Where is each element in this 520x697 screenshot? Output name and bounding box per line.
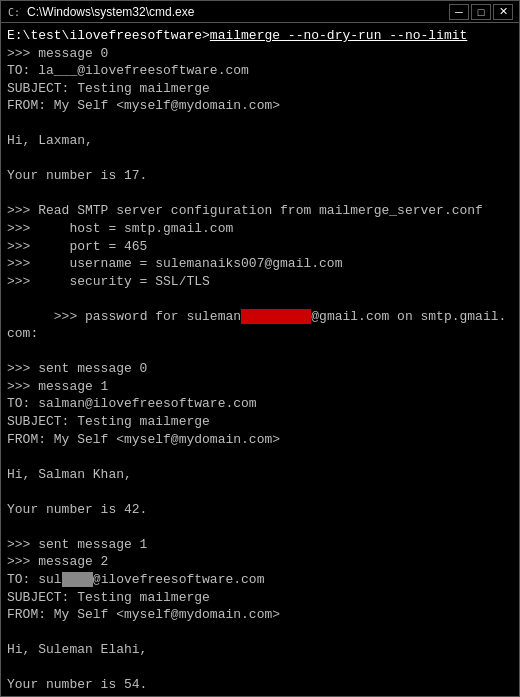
terminal-line	[7, 483, 513, 501]
terminal-line	[7, 448, 513, 466]
title-bar: C:\ C:\Windows\system32\cmd.exe ─ □ ✕	[1, 1, 519, 23]
svg-text:C:\: C:\	[8, 7, 21, 18]
terminal-line: TO: sul @ilovefreesoftware.com	[7, 571, 513, 589]
terminal-line: >>> security = SSL/TLS	[7, 273, 513, 291]
arrow-text: >>> security = SSL/TLS	[7, 274, 210, 289]
terminal-line: >>> Read SMTP server configuration from …	[7, 202, 513, 220]
terminal-line: FROM: My Self <myself@mydomain.com>	[7, 606, 513, 624]
prompt-path: E:\test\ilovefreesoftware>	[7, 28, 210, 43]
terminal-line: Hi, Salman Khan,	[7, 466, 513, 484]
close-button[interactable]: ✕	[493, 4, 513, 20]
terminal-line: SUBJECT: Testing mailmerge	[7, 589, 513, 607]
terminal-line: TO: salman@ilovefreesoftware.com	[7, 395, 513, 413]
terminal-line	[7, 659, 513, 677]
terminal-line: SUBJECT: Testing mailmerge	[7, 413, 513, 431]
terminal-line	[7, 185, 513, 203]
terminal-line: >>> port = 465	[7, 238, 513, 256]
terminal-line: SUBJECT: Testing mailmerge	[7, 80, 513, 98]
terminal-line: Hi, Laxman,	[7, 132, 513, 150]
terminal-line: FROM: My Self <myself@mydomain.com>	[7, 97, 513, 115]
terminal-line: FROM: My Self <myself@mydomain.com>	[7, 431, 513, 449]
redacted-email	[62, 572, 93, 587]
minimize-button[interactable]: ─	[449, 4, 469, 20]
cmd-window: C:\ C:\Windows\system32\cmd.exe ─ □ ✕ E:…	[0, 0, 520, 697]
title-bar-left: C:\ C:\Windows\system32\cmd.exe	[7, 5, 194, 19]
redacted-password	[241, 309, 311, 324]
arrow-text: >>> username = sulemanaiks007@gmail.com	[7, 256, 342, 271]
terminal-line: >>> sent message 0	[7, 360, 513, 378]
terminal-line: >>> sent message 1	[7, 536, 513, 554]
terminal-line: >>> message 1	[7, 378, 513, 396]
terminal-line: Your number is 54.	[7, 676, 513, 694]
arrow-text: >>> message 0	[7, 46, 108, 61]
terminal-line: >>> username = sulemanaiks007@gmail.com	[7, 255, 513, 273]
arrow-text: >>>	[54, 309, 85, 324]
password-label: password for suleman	[85, 309, 241, 324]
terminal-content: E:\test\ilovefreesoftware>mailmerge --no…	[1, 23, 519, 696]
terminal-line: TO: la___@ilovefreesoftware.com	[7, 62, 513, 80]
password-line: >>> password for suleman @gmail.com on s…	[7, 290, 513, 360]
command-text: mailmerge --no-dry-run --no-limit	[210, 28, 467, 43]
terminal-line	[7, 694, 513, 696]
window-title: C:\Windows\system32\cmd.exe	[27, 5, 194, 19]
terminal-line: Hi, Suleman Elahi,	[7, 641, 513, 659]
arrow-text: >>> host = smtp.gmail.com	[7, 221, 233, 236]
terminal-line: >>> message 2	[7, 553, 513, 571]
terminal-line: Your number is 42.	[7, 501, 513, 519]
terminal-line: Your number is 17.	[7, 167, 513, 185]
terminal-line	[7, 115, 513, 133]
arrow-text: >>> port = 465	[7, 239, 147, 254]
window-controls: ─ □ ✕	[449, 4, 513, 20]
terminal-line	[7, 518, 513, 536]
terminal-line: >>> message 0	[7, 45, 513, 63]
cmd-icon: C:\	[7, 5, 21, 19]
terminal-line	[7, 624, 513, 642]
terminal-line	[7, 150, 513, 168]
terminal-line: E:\test\ilovefreesoftware>mailmerge --no…	[7, 27, 513, 45]
maximize-button[interactable]: □	[471, 4, 491, 20]
arrow-text: >>> Read SMTP server configuration from …	[7, 203, 483, 218]
terminal-line: >>> host = smtp.gmail.com	[7, 220, 513, 238]
